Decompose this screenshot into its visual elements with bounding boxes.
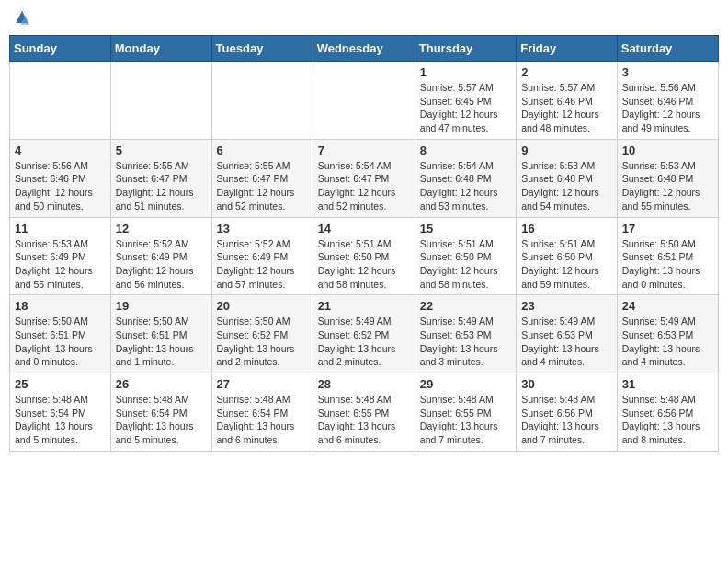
day-cell: 27Sunrise: 5:48 AM Sunset: 6:54 PM Dayli… xyxy=(211,373,313,452)
day-cell: 17Sunrise: 5:50 AM Sunset: 6:51 PM Dayli… xyxy=(617,217,718,295)
day-cell: 5Sunrise: 5:55 AM Sunset: 6:47 PM Daylig… xyxy=(110,139,211,217)
day-info: Sunrise: 5:55 AM Sunset: 6:47 PM Dayligh… xyxy=(116,159,207,213)
day-info: Sunrise: 5:52 AM Sunset: 6:49 PM Dayligh… xyxy=(116,237,207,292)
day-cell xyxy=(110,62,211,140)
day-info: Sunrise: 5:53 AM Sunset: 6:49 PM Dayligh… xyxy=(15,237,106,292)
day-number: 11 xyxy=(15,222,106,236)
day-number: 30 xyxy=(521,377,612,391)
day-cell: 8Sunrise: 5:54 AM Sunset: 6:48 PM Daylig… xyxy=(415,139,516,217)
day-number: 2 xyxy=(521,65,612,79)
col-header-thursday: Thursday xyxy=(415,36,516,62)
week-row-3: 11Sunrise: 5:53 AM Sunset: 6:49 PM Dayli… xyxy=(10,217,719,295)
day-cell: 25Sunrise: 5:48 AM Sunset: 6:54 PM Dayli… xyxy=(10,373,111,452)
week-row-5: 25Sunrise: 5:48 AM Sunset: 6:54 PM Dayli… xyxy=(10,373,719,452)
day-info: Sunrise: 5:48 AM Sunset: 6:54 PM Dayligh… xyxy=(116,393,207,447)
day-info: Sunrise: 5:48 AM Sunset: 6:55 PM Dayligh… xyxy=(318,393,410,447)
day-cell: 14Sunrise: 5:51 AM Sunset: 6:50 PM Dayli… xyxy=(313,217,415,295)
day-number: 8 xyxy=(420,144,511,157)
day-cell: 15Sunrise: 5:51 AM Sunset: 6:50 PM Dayli… xyxy=(415,217,516,295)
day-number: 15 xyxy=(420,222,511,236)
day-number: 16 xyxy=(521,222,612,236)
day-cell: 1Sunrise: 5:57 AM Sunset: 6:45 PM Daylig… xyxy=(415,62,516,140)
calendar: SundayMondayTuesdayWednesdayThursdayFrid… xyxy=(9,35,719,452)
day-number: 17 xyxy=(622,222,713,236)
col-header-wednesday: Wednesday xyxy=(313,36,415,62)
day-cell: 13Sunrise: 5:52 AM Sunset: 6:49 PM Dayli… xyxy=(211,217,313,295)
day-number: 19 xyxy=(116,299,207,313)
day-cell: 24Sunrise: 5:49 AM Sunset: 6:53 PM Dayli… xyxy=(617,295,718,373)
day-number: 28 xyxy=(318,377,410,391)
day-cell: 11Sunrise: 5:53 AM Sunset: 6:49 PM Dayli… xyxy=(10,217,111,295)
day-number: 10 xyxy=(622,144,713,157)
day-info: Sunrise: 5:54 AM Sunset: 6:48 PM Dayligh… xyxy=(420,159,511,213)
day-number: 14 xyxy=(318,222,410,236)
day-info: Sunrise: 5:48 AM Sunset: 6:55 PM Dayligh… xyxy=(420,393,511,447)
day-info: Sunrise: 5:57 AM Sunset: 6:46 PM Dayligh… xyxy=(521,81,612,135)
day-cell: 16Sunrise: 5:51 AM Sunset: 6:50 PM Dayli… xyxy=(517,217,618,295)
day-info: Sunrise: 5:53 AM Sunset: 6:48 PM Dayligh… xyxy=(521,159,612,213)
day-info: Sunrise: 5:51 AM Sunset: 6:50 PM Dayligh… xyxy=(521,237,612,292)
day-number: 12 xyxy=(116,222,207,236)
day-number: 29 xyxy=(420,377,511,391)
day-number: 9 xyxy=(521,144,612,157)
day-number: 20 xyxy=(217,299,308,313)
logo xyxy=(13,9,33,28)
day-cell xyxy=(10,62,111,140)
day-number: 23 xyxy=(521,299,612,313)
day-cell: 30Sunrise: 5:48 AM Sunset: 6:56 PM Dayli… xyxy=(517,373,618,452)
day-number: 31 xyxy=(622,377,713,391)
day-info: Sunrise: 5:57 AM Sunset: 6:45 PM Dayligh… xyxy=(420,81,511,135)
col-header-friday: Friday xyxy=(517,36,618,62)
day-cell: 2Sunrise: 5:57 AM Sunset: 6:46 PM Daylig… xyxy=(517,62,618,140)
header-row: SundayMondayTuesdayWednesdayThursdayFrid… xyxy=(10,36,719,62)
day-info: Sunrise: 5:50 AM Sunset: 6:51 PM Dayligh… xyxy=(116,315,207,369)
day-cell: 23Sunrise: 5:49 AM Sunset: 6:53 PM Dayli… xyxy=(517,295,618,373)
day-number: 6 xyxy=(217,144,308,157)
week-row-1: 1Sunrise: 5:57 AM Sunset: 6:45 PM Daylig… xyxy=(10,62,719,140)
col-header-sunday: Sunday xyxy=(10,36,111,62)
day-number: 5 xyxy=(116,144,207,157)
day-number: 13 xyxy=(217,222,308,236)
day-number: 1 xyxy=(420,65,511,79)
day-cell: 18Sunrise: 5:50 AM Sunset: 6:51 PM Dayli… xyxy=(10,295,111,373)
day-cell: 20Sunrise: 5:50 AM Sunset: 6:52 PM Dayli… xyxy=(211,295,313,373)
week-row-2: 4Sunrise: 5:56 AM Sunset: 6:46 PM Daylig… xyxy=(10,139,719,217)
day-number: 22 xyxy=(420,299,511,313)
day-number: 18 xyxy=(15,299,106,313)
day-number: 3 xyxy=(622,65,713,79)
day-cell: 26Sunrise: 5:48 AM Sunset: 6:54 PM Dayli… xyxy=(110,373,211,452)
day-info: Sunrise: 5:49 AM Sunset: 6:53 PM Dayligh… xyxy=(622,315,713,369)
day-info: Sunrise: 5:56 AM Sunset: 6:46 PM Dayligh… xyxy=(622,81,713,135)
day-number: 25 xyxy=(15,377,106,391)
col-header-tuesday: Tuesday xyxy=(211,36,313,62)
day-info: Sunrise: 5:49 AM Sunset: 6:53 PM Dayligh… xyxy=(521,315,612,369)
day-cell: 6Sunrise: 5:55 AM Sunset: 6:47 PM Daylig… xyxy=(211,139,313,217)
day-cell xyxy=(211,62,313,140)
day-info: Sunrise: 5:48 AM Sunset: 6:54 PM Dayligh… xyxy=(217,393,308,447)
day-cell: 21Sunrise: 5:49 AM Sunset: 6:52 PM Dayli… xyxy=(313,295,415,373)
day-cell: 31Sunrise: 5:48 AM Sunset: 6:56 PM Dayli… xyxy=(617,373,718,452)
day-number: 7 xyxy=(318,144,410,157)
day-number: 27 xyxy=(217,377,308,391)
day-number: 21 xyxy=(318,299,410,313)
day-info: Sunrise: 5:54 AM Sunset: 6:47 PM Dayligh… xyxy=(318,159,410,213)
logo-icon xyxy=(13,9,31,28)
day-cell: 3Sunrise: 5:56 AM Sunset: 6:46 PM Daylig… xyxy=(617,62,718,140)
day-info: Sunrise: 5:49 AM Sunset: 6:52 PM Dayligh… xyxy=(318,315,410,369)
day-info: Sunrise: 5:48 AM Sunset: 6:54 PM Dayligh… xyxy=(15,393,106,447)
col-header-saturday: Saturday xyxy=(617,36,718,62)
day-cell: 9Sunrise: 5:53 AM Sunset: 6:48 PM Daylig… xyxy=(517,139,618,217)
day-info: Sunrise: 5:51 AM Sunset: 6:50 PM Dayligh… xyxy=(318,237,410,292)
day-info: Sunrise: 5:55 AM Sunset: 6:47 PM Dayligh… xyxy=(217,159,308,213)
day-info: Sunrise: 5:49 AM Sunset: 6:53 PM Dayligh… xyxy=(420,315,511,369)
day-info: Sunrise: 5:48 AM Sunset: 6:56 PM Dayligh… xyxy=(521,393,612,447)
day-cell: 22Sunrise: 5:49 AM Sunset: 6:53 PM Dayli… xyxy=(415,295,516,373)
col-header-monday: Monday xyxy=(110,36,211,62)
day-cell: 4Sunrise: 5:56 AM Sunset: 6:46 PM Daylig… xyxy=(10,139,111,217)
day-cell: 12Sunrise: 5:52 AM Sunset: 6:49 PM Dayli… xyxy=(110,217,211,295)
day-cell: 19Sunrise: 5:50 AM Sunset: 6:51 PM Dayli… xyxy=(110,295,211,373)
day-cell: 29Sunrise: 5:48 AM Sunset: 6:55 PM Dayli… xyxy=(415,373,516,452)
day-info: Sunrise: 5:56 AM Sunset: 6:46 PM Dayligh… xyxy=(15,159,106,213)
day-info: Sunrise: 5:52 AM Sunset: 6:49 PM Dayligh… xyxy=(217,237,308,292)
header xyxy=(9,9,719,28)
